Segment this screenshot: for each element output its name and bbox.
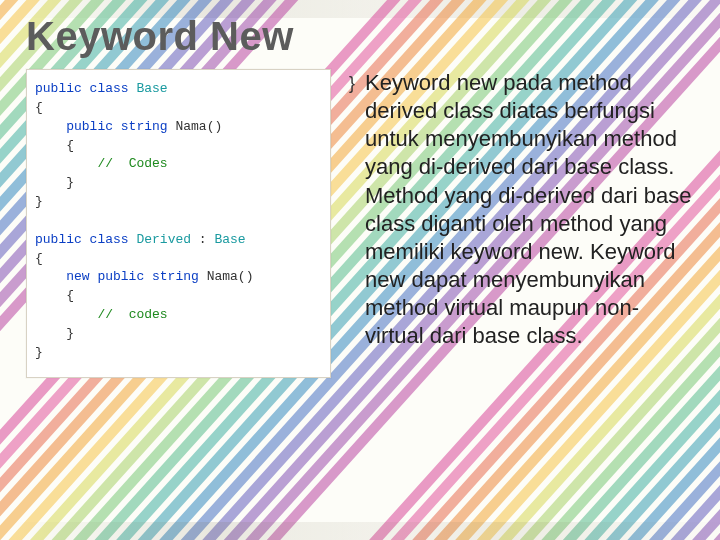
code-kw: public string — [35, 119, 175, 134]
code-type: Derived — [136, 232, 198, 247]
code-blank — [35, 213, 43, 228]
code-text: { — [35, 288, 74, 303]
code-text: } — [35, 175, 74, 190]
slide-title: Keyword New — [26, 14, 694, 59]
code-text: { — [35, 100, 43, 115]
code-type: Base — [136, 81, 167, 96]
code-text: { — [35, 138, 74, 153]
code-text: } — [35, 326, 74, 341]
bullet-icon: } — [349, 69, 355, 351]
code-text: } — [35, 194, 43, 209]
code-kw: public class — [35, 232, 136, 247]
two-column-layout: public class Base { public string Nama()… — [26, 69, 694, 520]
code-text: } — [35, 345, 43, 360]
code-text — [35, 156, 97, 171]
code-text: Nama() — [207, 269, 254, 284]
code-text: { — [35, 251, 43, 266]
slide-content: Keyword New public class Base { public s… — [0, 0, 720, 540]
code-text: Nama() — [175, 119, 222, 134]
description-block: } Keyword new pada method derived class … — [349, 69, 694, 351]
code-kw: new public string — [35, 269, 207, 284]
code-comment: // Codes — [97, 156, 167, 171]
code-type: Base — [214, 232, 245, 247]
code-sample: public class Base { public string Nama()… — [26, 69, 331, 378]
code-kw: public class — [35, 81, 136, 96]
code-text — [35, 307, 97, 322]
code-comment: // codes — [97, 307, 167, 322]
code-text: : — [199, 232, 215, 247]
description-text: Keyword new pada method derived class di… — [365, 69, 694, 351]
